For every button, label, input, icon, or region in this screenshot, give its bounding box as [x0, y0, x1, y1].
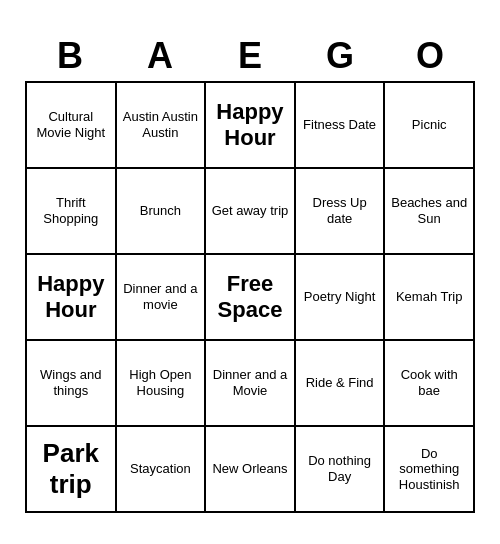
header-e: E — [205, 31, 295, 81]
header-a: A — [115, 31, 205, 81]
bingo-cell[interactable]: Thrift Shopping — [27, 169, 117, 255]
bingo-grid: Cultural Movie NightAustin Austin Austin… — [25, 81, 475, 513]
bingo-cell[interactable]: Fitness Date — [296, 83, 386, 169]
bingo-cell[interactable]: Poetry Night — [296, 255, 386, 341]
bingo-cell[interactable]: Dinner and a Movie — [206, 341, 296, 427]
bingo-cell[interactable]: Park trip — [27, 427, 117, 513]
bingo-cell[interactable]: Dress Up date — [296, 169, 386, 255]
bingo-cell[interactable]: Beaches and Sun — [385, 169, 475, 255]
bingo-cell[interactable]: Wings and things — [27, 341, 117, 427]
bingo-cell[interactable]: Brunch — [117, 169, 207, 255]
bingo-card: B A E G O Cultural Movie NightAustin Aus… — [15, 21, 485, 523]
bingo-cell[interactable]: Do something Houstinish — [385, 427, 475, 513]
bingo-cell[interactable]: Dinner and a movie — [117, 255, 207, 341]
bingo-cell[interactable]: Get away trip — [206, 169, 296, 255]
header-g: G — [295, 31, 385, 81]
bingo-cell[interactable]: Picnic — [385, 83, 475, 169]
bingo-cell[interactable]: Happy Hour — [27, 255, 117, 341]
bingo-cell[interactable]: New Orleans — [206, 427, 296, 513]
bingo-cell[interactable]: Austin Austin Austin — [117, 83, 207, 169]
bingo-cell[interactable]: Cultural Movie Night — [27, 83, 117, 169]
bingo-cell[interactable]: Happy Hour — [206, 83, 296, 169]
bingo-cell[interactable]: Free Space — [206, 255, 296, 341]
bingo-cell[interactable]: Kemah Trip — [385, 255, 475, 341]
bingo-header: B A E G O — [25, 31, 475, 81]
header-b: B — [25, 31, 115, 81]
header-o: O — [385, 31, 475, 81]
bingo-cell[interactable]: Staycation — [117, 427, 207, 513]
bingo-cell[interactable]: Cook with bae — [385, 341, 475, 427]
bingo-cell[interactable]: High Open Housing — [117, 341, 207, 427]
bingo-cell[interactable]: Ride & Find — [296, 341, 386, 427]
bingo-cell[interactable]: Do nothing Day — [296, 427, 386, 513]
